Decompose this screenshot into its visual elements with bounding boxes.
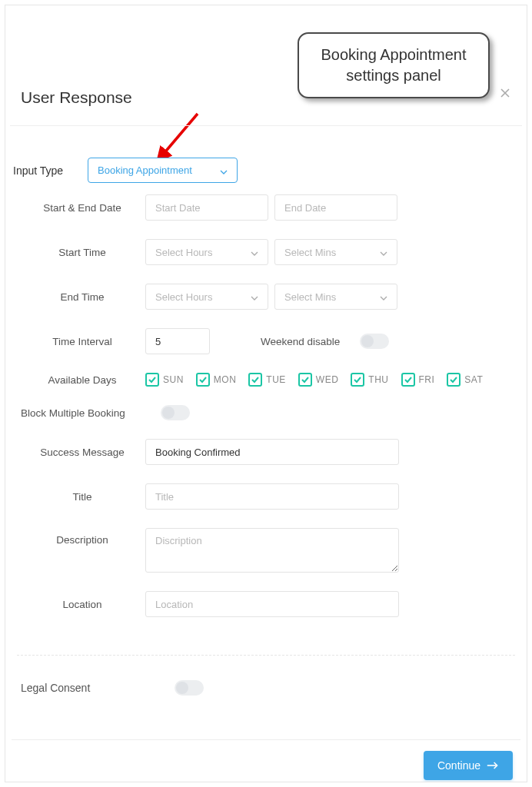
- checkbox-checked-icon: [351, 373, 364, 387]
- chevron-down-icon: [380, 293, 387, 301]
- success-message-label: Success Message: [28, 447, 136, 458]
- location-input[interactable]: [145, 591, 399, 617]
- available-days-label: Available Days: [28, 374, 136, 386]
- start-mins-select[interactable]: Select Mins: [274, 239, 397, 265]
- start-time-label: Start Time: [28, 247, 136, 258]
- end-date-input[interactable]: [274, 194, 397, 221]
- day-sat[interactable]: SAT: [447, 373, 483, 387]
- weekend-disable-toggle[interactable]: [360, 334, 389, 349]
- dashed-divider: [17, 655, 515, 656]
- day-thu[interactable]: THU: [351, 373, 388, 387]
- start-hours-select[interactable]: Select Hours: [145, 239, 268, 265]
- end-hours-select[interactable]: Select Hours: [145, 284, 268, 310]
- input-type-dropdown[interactable]: Booking Appointment: [88, 158, 238, 183]
- checkbox-checked-icon: [401, 373, 415, 387]
- checkbox-checked-icon: [248, 373, 262, 387]
- day-label: TUE: [266, 374, 286, 385]
- continue-button[interactable]: Continue: [424, 751, 513, 780]
- success-message-input[interactable]: [145, 439, 399, 465]
- checkbox-checked-icon: [447, 373, 461, 387]
- location-label: Location: [28, 599, 136, 610]
- day-tue[interactable]: TUE: [248, 373, 286, 387]
- close-icon[interactable]: [499, 87, 511, 99]
- day-label: THU: [368, 374, 388, 385]
- annotation-arrow-icon: [155, 110, 201, 164]
- days-group: SUNMONTUEWEDTHUFRISAT: [145, 373, 483, 387]
- checkbox-checked-icon: [145, 373, 159, 387]
- title-label: Title: [28, 491, 136, 503]
- day-label: MON: [214, 374, 237, 385]
- svg-line-3: [163, 114, 198, 154]
- day-fri[interactable]: FRI: [401, 373, 435, 387]
- checkbox-checked-icon: [196, 373, 210, 387]
- description-label: Description: [28, 528, 136, 546]
- description-input[interactable]: [145, 528, 399, 573]
- chevron-down-icon: [251, 248, 258, 256]
- day-label: SUN: [163, 374, 184, 385]
- day-label: WED: [316, 374, 339, 385]
- end-time-label: End Time: [28, 291, 136, 303]
- settings-panel: Booking Appointment settings panel User …: [5, 5, 527, 782]
- panel-heading: User Response: [21, 88, 132, 107]
- day-sun[interactable]: SUN: [145, 373, 184, 387]
- block-multi-label: Block Multiple Booking: [21, 407, 151, 419]
- continue-label: Continue: [437, 759, 480, 772]
- legal-consent-label: Legal Consent: [21, 682, 90, 694]
- legal-consent-toggle[interactable]: [175, 680, 204, 696]
- day-mon[interactable]: MON: [196, 373, 237, 387]
- time-interval-label: Time Interval: [28, 336, 136, 347]
- weekend-disable-label: Weekend disable: [261, 336, 340, 347]
- block-multi-toggle[interactable]: [161, 405, 190, 420]
- callout-text: Booking Appointment settings panel: [321, 46, 466, 84]
- input-type-label: Input Type: [13, 164, 78, 177]
- day-label: FRI: [419, 374, 435, 385]
- chevron-down-icon: [380, 248, 387, 256]
- arrow-right-icon: [487, 761, 499, 770]
- divider: [10, 125, 522, 126]
- day-label: SAT: [464, 374, 483, 385]
- chevron-down-icon: [251, 293, 258, 301]
- end-mins-select[interactable]: Select Mins: [274, 284, 397, 310]
- start-date-input[interactable]: [145, 194, 268, 221]
- start-end-date-label: Start & End Date: [28, 202, 136, 214]
- title-input[interactable]: [145, 483, 399, 510]
- time-interval-input[interactable]: [145, 328, 210, 354]
- day-wed[interactable]: WED: [298, 373, 339, 387]
- footer-divider: [12, 739, 520, 740]
- chevron-down-icon: [220, 167, 228, 174]
- input-type-value: Booking Appointment: [98, 164, 192, 176]
- callout-bubble: Booking Appointment settings panel: [298, 32, 490, 98]
- checkbox-checked-icon: [298, 373, 312, 387]
